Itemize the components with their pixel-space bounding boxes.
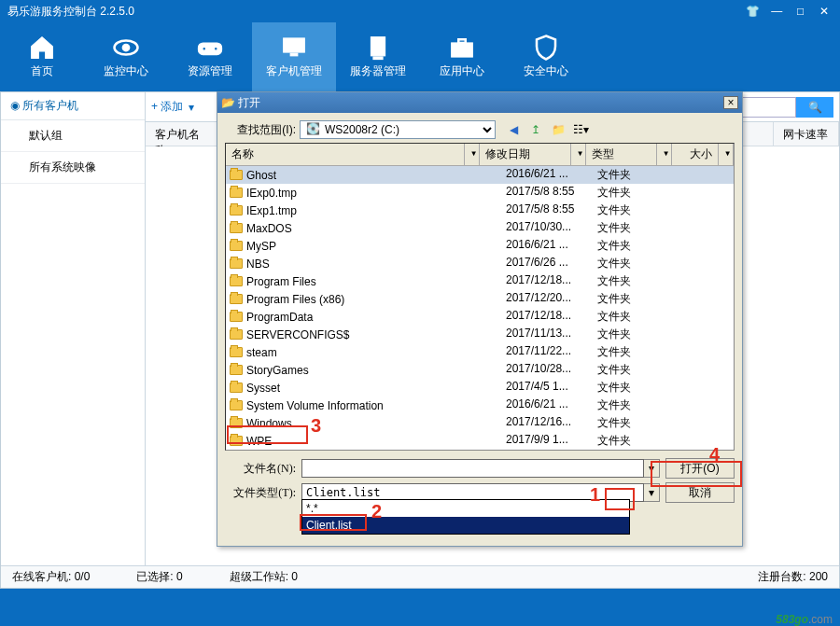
folder-row[interactable]: IExp1.tmp2017/5/8 8:55文件夹 bbox=[226, 202, 734, 219]
filetype-dropdown-button[interactable]: ▾ bbox=[644, 483, 660, 502]
col-client-name[interactable]: 客户机名称 bbox=[146, 122, 220, 146]
folder-row[interactable]: NBS2017/6/26 ...文件夹 bbox=[226, 255, 734, 272]
status-bar: 在线客户机: 0/0 已选择: 0 超级工作站: 0 注册台数: 200 bbox=[1, 565, 839, 588]
folder-row[interactable]: StoryGames2017/10/28...文件夹 bbox=[226, 361, 734, 379]
nav-label: 服务器管理 bbox=[336, 63, 420, 79]
folder-row[interactable]: 用户2017/12/28...文件夹 bbox=[226, 450, 734, 451]
folder-icon bbox=[230, 170, 243, 180]
dialog-close-button[interactable]: × bbox=[723, 96, 738, 109]
sidebar-all-clients[interactable]: 所有客户机 bbox=[1, 92, 145, 120]
search-button[interactable]: 🔍 bbox=[796, 97, 833, 118]
filetype-option[interactable]: Client.list bbox=[302, 517, 629, 534]
titlebar: 易乐游服务控制台 2.2.5.0 👕 — □ ✕ bbox=[0, 0, 840, 22]
cancel-button[interactable]: 取消 bbox=[665, 482, 735, 503]
server-icon bbox=[336, 32, 420, 63]
filename-input[interactable] bbox=[301, 459, 644, 478]
col-date[interactable]: 修改日期 bbox=[480, 144, 571, 165]
nav-monitor[interactable]: 客户机管理 bbox=[252, 22, 336, 91]
status-registered: 注册台数: 200 bbox=[758, 569, 828, 585]
app-title: 易乐游服务控制台 2.2.5.0 bbox=[7, 4, 134, 20]
filetype-option[interactable]: *.* bbox=[302, 500, 629, 517]
col-size[interactable]: 大小 bbox=[672, 144, 719, 165]
dropdown-icon[interactable]: ▾ bbox=[189, 101, 194, 114]
nav-eye[interactable]: 监控中心 bbox=[84, 22, 168, 91]
status-superws: 超级工作站: 0 bbox=[230, 569, 298, 585]
sidebar-item-default-group[interactable]: 默认组 bbox=[1, 120, 145, 152]
sidebar: 所有客户机 默认组 所有系统映像 bbox=[1, 92, 146, 588]
folder-row[interactable]: MySP2016/6/21 ...文件夹 bbox=[226, 237, 734, 255]
folder-row[interactable]: WPE2017/9/9 1...文件夹 bbox=[226, 432, 734, 450]
back-icon[interactable]: ◀ bbox=[505, 121, 522, 138]
nav-briefcase[interactable]: 应用中心 bbox=[420, 22, 504, 91]
folder-row[interactable]: Windows2017/12/16...文件夹 bbox=[226, 414, 734, 432]
folder-icon bbox=[230, 276, 243, 286]
svg-point-4 bbox=[214, 47, 217, 50]
folder-icon bbox=[230, 312, 243, 322]
filename-row: 文件名(N): ▾ 打开(O) bbox=[225, 456, 735, 480]
folder-row[interactable]: IExp0.tmp2017/5/8 8:55文件夹 bbox=[226, 184, 734, 202]
nav-shield[interactable]: 安全中心 bbox=[504, 22, 588, 91]
disk-icon: 💽 bbox=[306, 122, 320, 135]
folder-row[interactable]: MaxDOS2017/10/30...文件夹 bbox=[226, 219, 734, 237]
folder-row[interactable]: steam2017/11/22...文件夹 bbox=[226, 343, 734, 361]
folder-row[interactable]: Program Files (x86)2017/12/20...文件夹 bbox=[226, 290, 734, 308]
nav-label: 安全中心 bbox=[504, 63, 588, 79]
folder-row[interactable]: Sysset2017/4/5 1...文件夹 bbox=[226, 379, 734, 396]
folder-icon bbox=[230, 294, 243, 304]
maximize-button[interactable]: □ bbox=[792, 5, 809, 18]
briefcase-icon bbox=[420, 32, 504, 63]
svg-rect-9 bbox=[452, 43, 473, 57]
view-icon[interactable]: ☷▾ bbox=[572, 121, 589, 138]
status-online: 在线客户机: 0/0 bbox=[12, 569, 90, 585]
svg-rect-6 bbox=[290, 53, 298, 56]
top-nav: 首页监控中心资源管理客户机管理服务器管理应用中心安全中心 bbox=[0, 22, 840, 91]
file-list-header: 名称 ▾ 修改日期 ▾ 类型 ▾ 大小 ▾ bbox=[226, 144, 734, 166]
folder-icon bbox=[230, 383, 243, 393]
svg-rect-5 bbox=[284, 38, 305, 52]
folder-icon bbox=[230, 400, 243, 410]
sidebar-item-all-images[interactable]: 所有系统映像 bbox=[1, 152, 145, 184]
folder-icon bbox=[230, 223, 243, 233]
up-icon[interactable]: ↥ bbox=[527, 121, 544, 138]
svg-point-3 bbox=[203, 47, 206, 50]
status-selected: 已选择: 0 bbox=[136, 569, 182, 585]
svg-point-1 bbox=[122, 44, 130, 51]
lookin-select[interactable]: WS2008r2 (C:) bbox=[300, 120, 496, 139]
folder-row[interactable]: System Volume Information2016/6/21 ...文件… bbox=[226, 396, 734, 414]
nav-label: 监控中心 bbox=[84, 63, 168, 79]
watermark: 583go.com bbox=[776, 613, 833, 626]
minimize-button[interactable]: — bbox=[768, 5, 785, 18]
col-nic-speed[interactable]: 网卡速率 bbox=[774, 122, 839, 146]
folder-row[interactable]: Program Files2017/12/18...文件夹 bbox=[226, 272, 734, 290]
folder-icon bbox=[230, 241, 243, 251]
col-type[interactable]: 类型 bbox=[586, 144, 657, 165]
file-list[interactable]: 名称 ▾ 修改日期 ▾ 类型 ▾ 大小 ▾ Ghost2016/6/21 ...… bbox=[225, 143, 735, 451]
add-button[interactable]: + 添加 bbox=[151, 99, 183, 115]
folder-icon bbox=[230, 205, 243, 216]
tshirt-icon[interactable]: 👕 bbox=[745, 5, 762, 18]
folder-row[interactable]: ProgramData2017/12/18...文件夹 bbox=[226, 308, 734, 326]
folder-row[interactable]: SERVERCONFIGS$2017/11/13...文件夹 bbox=[226, 326, 734, 343]
dialog-titlebar: 📂 打开 × bbox=[217, 92, 742, 113]
folder-icon bbox=[230, 436, 243, 446]
nav-label: 首页 bbox=[0, 63, 84, 79]
folder-icon bbox=[230, 329, 243, 340]
folder-icon bbox=[230, 258, 243, 269]
new-folder-icon[interactable]: 📁 bbox=[550, 121, 567, 138]
gamepad-icon bbox=[168, 32, 252, 63]
filename-label: 文件名(N): bbox=[225, 461, 296, 477]
filetype-label: 文件类型(T): bbox=[225, 485, 296, 501]
nav-server[interactable]: 服务器管理 bbox=[336, 22, 420, 91]
lookin-row: 查找范围(I): 💽 WS2008r2 (C:) ◀ ↥ 📁 ☷▾ bbox=[225, 120, 735, 139]
folder-row[interactable]: Ghost2016/6/21 ...文件夹 bbox=[226, 166, 734, 184]
nav-label: 资源管理 bbox=[168, 63, 252, 79]
filename-dropdown-button[interactable]: ▾ bbox=[644, 459, 660, 478]
filetype-dropdown[interactable]: *.*Client.list bbox=[301, 499, 630, 535]
shield-icon bbox=[504, 32, 588, 63]
close-button[interactable]: ✕ bbox=[816, 5, 833, 18]
nav-home[interactable]: 首页 bbox=[0, 22, 84, 91]
eye-icon bbox=[84, 32, 168, 63]
nav-gamepad[interactable]: 资源管理 bbox=[168, 22, 252, 91]
open-button[interactable]: 打开(O) bbox=[665, 458, 735, 479]
col-name[interactable]: 名称 bbox=[226, 144, 465, 165]
